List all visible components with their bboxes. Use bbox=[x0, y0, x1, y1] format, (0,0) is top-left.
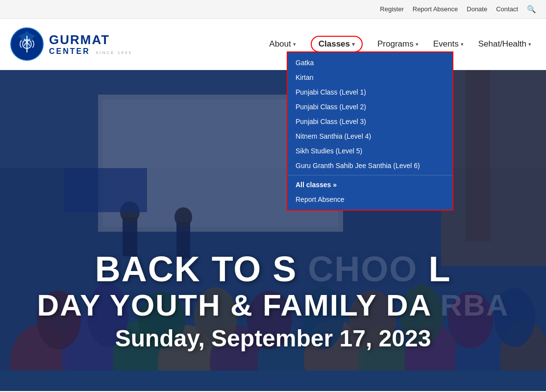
dropdown-all-classes[interactable]: All classes » bbox=[288, 177, 452, 192]
hero-section: BACK TO S CHOO L DAY YOUTH & FAMILY DA R… bbox=[0, 70, 546, 391]
programs-arrow-icon: ▾ bbox=[416, 41, 419, 48]
classes-dropdown: Gatka Kirtan Punjabi Class (Level 1) Pun… bbox=[287, 51, 453, 211]
nav-sehat-health[interactable]: Sehat/Health ▾ bbox=[478, 37, 531, 51]
search-icon[interactable]: 🔍 bbox=[527, 5, 536, 14]
dropdown-item-sikh-studies[interactable]: Sikh Studies (Level 5) bbox=[288, 144, 452, 158]
dropdown-item-gatka[interactable]: Gatka bbox=[288, 55, 452, 70]
donate-link[interactable]: Donate bbox=[467, 5, 487, 13]
main-nav: About ▾ Classes ▾ Programs ▾ Events ▾ Se… bbox=[269, 36, 536, 52]
classes-arrow-icon: ▾ bbox=[352, 41, 355, 48]
logo-text: GURMAT CENTER SINCE 1993 bbox=[49, 33, 132, 55]
about-arrow-icon: ▾ bbox=[293, 41, 296, 48]
logo-brand: GURMAT bbox=[49, 33, 132, 47]
site-header: GURMAT CENTER SINCE 1993 About ▾ Classes… bbox=[0, 19, 546, 70]
hero-date: Sunday, September 17, 2023 bbox=[10, 325, 536, 352]
report-absence-link[interactable]: Report Absence bbox=[413, 5, 458, 13]
nav-about[interactable]: About ▾ bbox=[269, 37, 296, 51]
sehat-arrow-icon: ▾ bbox=[528, 41, 531, 48]
dropdown-item-punjabi-1[interactable]: Punjabi Class (Level 1) bbox=[288, 85, 452, 99]
dropdown-report-absence[interactable]: Report Absence bbox=[288, 192, 452, 207]
hero-text-block: BACK TO S CHOO L DAY YOUTH & FAMILY DA R… bbox=[0, 250, 546, 352]
logo[interactable]: GURMAT CENTER SINCE 1993 bbox=[10, 27, 132, 61]
contact-link[interactable]: Contact bbox=[496, 5, 518, 13]
top-utility-bar: Register Report Absence Donate Contact 🔍 bbox=[0, 0, 546, 19]
dropdown-item-guru-granth[interactable]: Guru Granth Sahib Jee Santhia (Level 6) bbox=[288, 158, 452, 173]
logo-emblem bbox=[10, 27, 44, 61]
events-arrow-icon: ▾ bbox=[461, 41, 464, 48]
nav-classes[interactable]: Classes ▾ bbox=[311, 36, 363, 52]
dropdown-item-kirtan[interactable]: Kirtan bbox=[288, 70, 452, 85]
dropdown-item-punjabi-2[interactable]: Punjabi Class (Level 2) bbox=[288, 99, 452, 114]
nav-programs[interactable]: Programs ▾ bbox=[377, 37, 419, 51]
dropdown-item-nitnem[interactable]: Nitnem Santhia (Level 4) bbox=[288, 129, 452, 144]
nav-events[interactable]: Events ▾ bbox=[433, 37, 464, 51]
hero-bottom-banner bbox=[0, 370, 546, 391]
hero-headline-1: BACK TO S CHOO L bbox=[10, 250, 536, 289]
hero-headline-2: DAY YOUTH & FAMILY DA RBA bbox=[10, 289, 536, 322]
dropdown-item-punjabi-3[interactable]: Punjabi Class (Level 3) bbox=[288, 114, 452, 129]
logo-center: CENTER SINCE 1993 bbox=[49, 47, 132, 56]
dropdown-divider bbox=[288, 175, 452, 175]
register-link[interactable]: Register bbox=[380, 5, 403, 13]
